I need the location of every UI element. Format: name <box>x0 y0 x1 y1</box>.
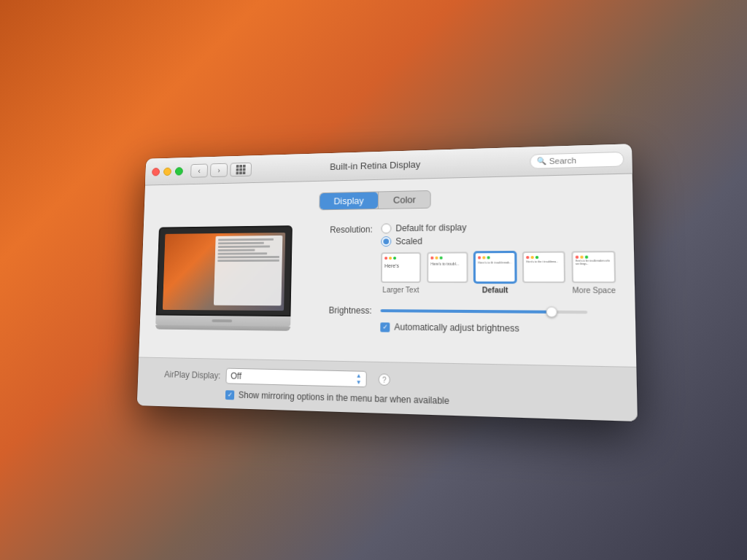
airplay-value: Off <box>231 370 241 381</box>
scale-thumbnails: Here's Larger Text <box>381 250 616 294</box>
main-content: Display Color <box>139 174 636 366</box>
bottom-section: AirPlay Display: Off ▲ ▼ ? ✓ Show mirror… <box>137 357 638 421</box>
scale-option-more-space: Here's to the troublemakers who see thin… <box>571 250 616 294</box>
scale-option-medium-small: Here's to troubl... <box>427 252 468 294</box>
thumb-dot-red-3 <box>478 256 481 259</box>
thumb-dot-yellow-5 <box>580 255 583 258</box>
mirroring-row: ✓ Show mirroring options in the menu bar… <box>225 389 618 411</box>
search-box[interactable]: 🔍 <box>530 151 624 168</box>
help-button[interactable]: ? <box>379 373 390 386</box>
thumb-larger-text-content: Here's <box>384 262 417 268</box>
thumb-traffic-lights-5 <box>576 255 611 258</box>
segment-control: Display Color <box>160 186 614 213</box>
scale-label-default: Default <box>482 286 508 294</box>
laptop-screen <box>163 232 285 310</box>
chevron-down-icon: ▼ <box>356 379 362 385</box>
brightness-slider[interactable] <box>381 309 588 314</box>
traffic-lights <box>152 166 183 175</box>
thumb-medium-small[interactable]: Here's to troubl... <box>427 252 468 283</box>
thumb-dot-yellow-3 <box>482 256 485 259</box>
screen-content <box>214 235 282 305</box>
scale-option-larger-text: Here's Larger Text <box>381 252 422 293</box>
scale-label-larger-text: Larger Text <box>382 286 419 294</box>
laptop-base <box>155 314 290 325</box>
forward-button[interactable]: › <box>210 163 228 176</box>
thumb-dot-red-4 <box>526 255 529 258</box>
thumb-medium-small-content: Here's to troubl... <box>430 261 464 266</box>
resolution-row: Resolution: Default for display Scaled <box>308 220 616 295</box>
thumb-dot-green-3 <box>487 256 490 259</box>
radio-group: Default for display Scaled <box>381 220 615 246</box>
thumb-traffic-lights-3 <box>478 256 512 259</box>
radio-circle-default <box>381 223 391 233</box>
thumb-dot-red-5 <box>576 255 578 258</box>
laptop-preview <box>155 225 293 331</box>
thumb-medium-large[interactable]: Here's to the t troublema... <box>522 251 565 283</box>
scale-option-medium-large: Here's to the t troublema... <box>522 251 566 294</box>
radio-default-label: Default for display <box>395 222 466 233</box>
settings-panel: Resolution: Default for display Scaled <box>307 220 617 335</box>
thumb-more-space-content: Here's to the troublemakers who see thin… <box>576 260 611 265</box>
tab-group: Display Color <box>319 190 431 209</box>
window-title: Built-in Retina Display <box>330 158 420 171</box>
grid-icon <box>236 164 246 174</box>
radio-circle-scaled <box>381 236 391 246</box>
dropdown-arrows: ▲ ▼ <box>356 373 362 385</box>
radio-scaled-label: Scaled <box>395 236 422 246</box>
minimize-button[interactable] <box>163 167 171 175</box>
airplay-dropdown[interactable]: Off ▲ ▼ <box>225 368 366 387</box>
auto-brightness-row: ✓ Automatically adjust brightness <box>380 322 616 335</box>
radio-scaled[interactable]: Scaled <box>381 233 615 246</box>
thumb-dot-green-2 <box>440 256 443 259</box>
thumb-default-content: Here's to th troublemak... <box>478 260 512 265</box>
mirroring-checkbox[interactable]: ✓ <box>225 389 235 399</box>
auto-brightness-label: Automatically adjust brightness <box>394 322 519 333</box>
brightness-label: Brightness: <box>307 305 371 316</box>
search-icon: 🔍 <box>537 157 546 165</box>
airplay-row: AirPlay Display: Off ▲ ▼ ? <box>153 366 617 394</box>
resolution-control: Default for display Scaled <box>381 220 616 295</box>
thumb-default[interactable]: Here's to th troublemak... <box>474 251 516 282</box>
thumb-dot-yellow-4 <box>531 255 534 258</box>
close-button[interactable] <box>152 167 160 175</box>
tab-display[interactable]: Display <box>320 192 378 209</box>
brightness-slider-row: Brightness: <box>307 305 616 317</box>
thumb-dot-green <box>393 256 396 259</box>
settings-window: ‹ › Built-in Retina Display 🔍 Di <box>137 144 638 421</box>
laptop-illustration <box>155 225 293 330</box>
grid-view-button[interactable] <box>230 162 252 176</box>
thumb-more-space[interactable]: Here's to the troublemakers who see thin… <box>571 250 616 282</box>
scale-label-more-space: More Space <box>573 286 616 295</box>
scale-option-default: Here's to th troublemak... Default <box>474 251 516 294</box>
airplay-label: AirPlay Display: <box>154 369 221 381</box>
back-button[interactable]: ‹ <box>190 163 208 177</box>
thumb-dot-yellow-2 <box>435 256 438 259</box>
thumb-dot-red-2 <box>430 256 433 259</box>
thumb-larger-text[interactable]: Here's <box>381 252 421 282</box>
chevron-up-icon: ▲ <box>356 373 362 378</box>
screen-bezel <box>156 225 293 316</box>
search-input[interactable] <box>549 154 617 165</box>
slider-track <box>381 309 588 314</box>
radio-default[interactable]: Default for display <box>381 220 614 233</box>
auto-brightness-checkbox[interactable]: ✓ <box>380 322 390 331</box>
thumb-dot-red <box>384 257 387 260</box>
nav-buttons: ‹ › <box>190 163 228 177</box>
tab-color[interactable]: Color <box>379 190 430 208</box>
thumb-traffic-lights-4 <box>526 255 561 258</box>
thumb-dot-green-5 <box>585 255 588 258</box>
thumb-traffic-lights <box>384 256 417 259</box>
resolution-label: Resolution: <box>309 223 372 235</box>
brightness-row: Brightness: ✓ Automatically adjust brigh… <box>307 305 617 335</box>
thumb-dot-green-4 <box>535 255 538 258</box>
content-row: Resolution: Default for display Scaled <box>155 220 616 335</box>
laptop-notch <box>212 319 232 322</box>
thumb-dot-yellow <box>389 257 392 260</box>
mirroring-label: Show mirroring options in the menu bar w… <box>239 389 449 406</box>
maximize-button[interactable] <box>175 166 183 174</box>
thumb-traffic-lights-2 <box>430 256 464 259</box>
thumb-medium-large-content: Here's to the t troublema... <box>526 260 561 263</box>
slider-thumb[interactable] <box>546 306 557 317</box>
